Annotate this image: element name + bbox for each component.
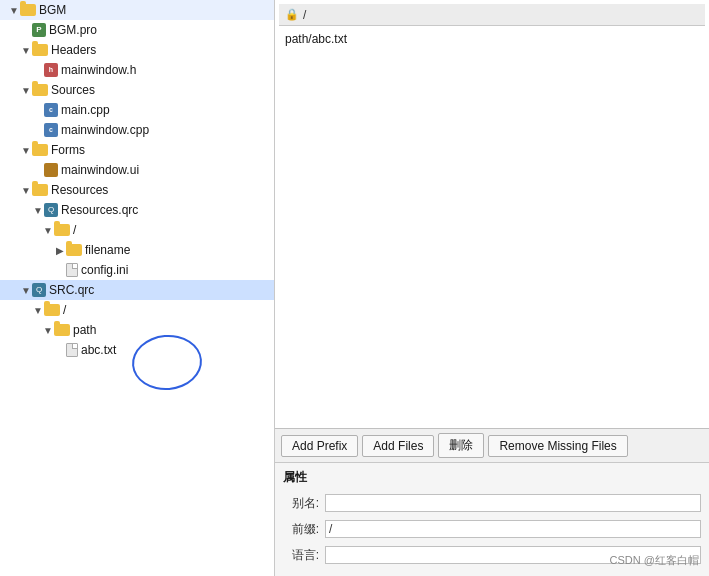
tree-item-abc-txt[interactable]: abc.txt	[0, 340, 274, 360]
arrow-src-slash[interactable]: ▼	[32, 305, 44, 316]
tree-label-headers: Headers	[51, 43, 96, 57]
tree-label-resources: Resources	[51, 183, 108, 197]
ui-icon-mainwindow-ui	[44, 163, 58, 177]
arrow-resources[interactable]: ▼	[20, 185, 32, 196]
tree-label-main-cpp: main.cpp	[61, 103, 110, 117]
tree-label-forms: Forms	[51, 143, 85, 157]
tree-item-mainwindow-ui[interactable]: mainwindow.ui	[0, 160, 274, 180]
tree-label-mainwindow-h: mainwindow.h	[61, 63, 136, 77]
folder-icon-forms	[32, 144, 48, 156]
add-files-button[interactable]: Add Files	[362, 435, 434, 457]
tree-label-config-ini: config.ini	[81, 263, 128, 277]
source-icon-main-cpp: c	[44, 103, 58, 117]
file-icon-abc-txt	[66, 343, 78, 357]
lock-icon: 🔒	[285, 8, 299, 21]
tree-label-path: path	[73, 323, 96, 337]
folder-icon-src-slash	[44, 304, 60, 316]
header-icon-mainwindow-h: h	[44, 63, 58, 77]
tree-label-src-slash: /	[63, 303, 66, 317]
right-panel: 🔒 / path/abc.txt Add Prefix Add Files 删除…	[275, 0, 709, 576]
source-icon-mainwindow-cpp: c	[44, 123, 58, 137]
file-list-header: 🔒 /	[279, 4, 705, 26]
arrow-headers[interactable]: ▼	[20, 45, 32, 56]
folder-icon-resources	[32, 184, 48, 196]
folder-icon-bgm	[20, 4, 36, 16]
prefix-row: 前缀:	[283, 518, 701, 540]
arrow-path[interactable]: ▼	[42, 325, 54, 336]
tree-item-mainwindow-cpp[interactable]: c mainwindow.cpp	[0, 120, 274, 140]
tree-item-resources-qrc[interactable]: ▼ Q Resources.qrc	[0, 200, 274, 220]
qrc-icon-src-qrc: Q	[32, 283, 46, 297]
folder-icon-sources	[32, 84, 48, 96]
arrow-sources[interactable]: ▼	[20, 85, 32, 96]
watermark: CSDN @红客白帽	[610, 553, 699, 568]
delete-button[interactable]: 删除	[438, 433, 484, 458]
tree-item-forms[interactable]: ▼ Forms	[0, 140, 274, 160]
file-entry[interactable]: path/abc.txt	[279, 30, 705, 48]
toolbar: Add Prefix Add Files 删除 Remove Missing F…	[275, 429, 709, 463]
remove-missing-button[interactable]: Remove Missing Files	[488, 435, 627, 457]
tree-label-res-slash: /	[73, 223, 76, 237]
alias-input[interactable]	[325, 494, 701, 512]
file-list-area: 🔒 / path/abc.txt	[275, 0, 709, 429]
tree-label-bgm: BGM	[39, 3, 66, 17]
arrow-res-slash[interactable]: ▼	[42, 225, 54, 236]
tree-item-bgm[interactable]: ▼ BGM	[0, 0, 274, 20]
tree-label-bgm-pro: BGM.pro	[49, 23, 97, 37]
tree-item-sources[interactable]: ▼ Sources	[0, 80, 274, 100]
folder-icon-res-slash	[54, 224, 70, 236]
tree-item-path[interactable]: ▼ path	[0, 320, 274, 340]
tree-item-bgm-pro[interactable]: P BGM.pro	[0, 20, 274, 40]
tree-item-src-qrc[interactable]: ▼ Q SRC.qrc	[0, 280, 274, 300]
arrow-resources-qrc[interactable]: ▼	[32, 205, 44, 216]
props-title: 属性	[283, 469, 701, 486]
tree-item-main-cpp[interactable]: c main.cpp	[0, 100, 274, 120]
alias-row: 别名:	[283, 492, 701, 514]
arrow-bgm[interactable]: ▼	[8, 5, 20, 16]
tree-item-mainwindow-h[interactable]: h mainwindow.h	[0, 60, 274, 80]
lang-label: 语言:	[283, 547, 319, 564]
file-tree[interactable]: ▼ BGM P BGM.pro ▼ Headers h mainwindow.h…	[0, 0, 275, 576]
folder-icon-headers	[32, 44, 48, 56]
file-icon-config-ini	[66, 263, 78, 277]
tree-item-resources[interactable]: ▼ Resources	[0, 180, 274, 200]
add-prefix-button[interactable]: Add Prefix	[281, 435, 358, 457]
prefix-input[interactable]	[325, 520, 701, 538]
qrc-icon-resources-qrc: Q	[44, 203, 58, 217]
arrow-src-qrc[interactable]: ▼	[20, 285, 32, 296]
pro-icon-bgm: P	[32, 23, 46, 37]
header-path-label: /	[303, 8, 306, 22]
prefix-label: 前缀:	[283, 521, 319, 538]
tree-label-filename: filename	[85, 243, 130, 257]
tree-label-mainwindow-cpp: mainwindow.cpp	[61, 123, 149, 137]
tree-item-filename[interactable]: ▶ filename	[0, 240, 274, 260]
tree-label-abc-txt: abc.txt	[81, 343, 116, 357]
tree-item-config-ini[interactable]: config.ini	[0, 260, 274, 280]
tree-item-src-slash[interactable]: ▼ /	[0, 300, 274, 320]
folder-icon-path	[54, 324, 70, 336]
tree-label-sources: Sources	[51, 83, 95, 97]
tree-label-src-qrc: SRC.qrc	[49, 283, 94, 297]
tree-item-res-slash[interactable]: ▼ /	[0, 220, 274, 240]
arrow-forms[interactable]: ▼	[20, 145, 32, 156]
tree-label-mainwindow-ui: mainwindow.ui	[61, 163, 139, 177]
arrow-filename[interactable]: ▶	[54, 245, 66, 256]
tree-label-resources-qrc: Resources.qrc	[61, 203, 138, 217]
alias-label: 别名:	[283, 495, 319, 512]
folder-icon-filename	[66, 244, 82, 256]
tree-item-headers[interactable]: ▼ Headers	[0, 40, 274, 60]
